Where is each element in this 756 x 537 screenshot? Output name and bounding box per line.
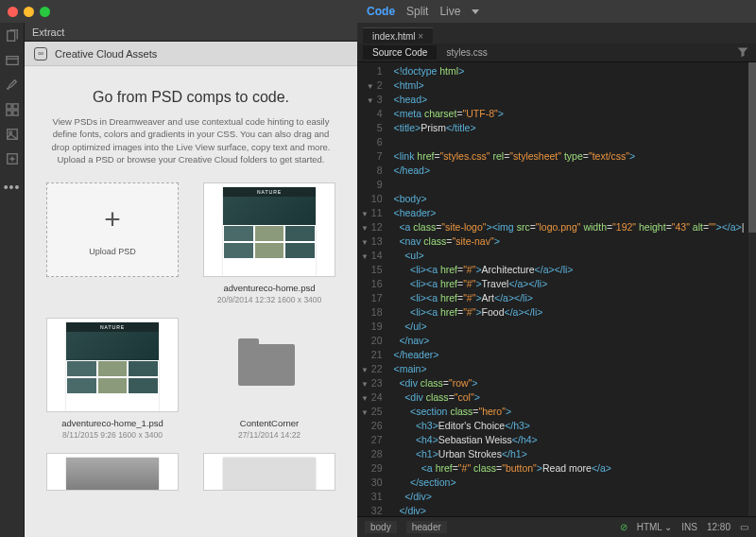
status-ok-icon: ⊘ (620, 522, 627, 532)
grid-icon[interactable] (5, 102, 20, 117)
creative-cloud-icon: ∞ (34, 47, 47, 61)
view-mode-switcher: Code Split Live (367, 5, 479, 18)
upload-label: Upload PSD (89, 247, 136, 256)
upload-psd-card[interactable]: + Upload PSD (43, 182, 181, 304)
asset-name: ContentCorner (200, 418, 338, 428)
code-editor-panel: index.html Source Code styles.css 1▼ 2▼ … (357, 23, 756, 537)
tool-rail: ••• (0, 23, 25, 537)
asset-card[interactable]: NATURE adventureco-home.psd 20/9/2014 12… (200, 182, 338, 304)
insert-mode[interactable]: INS (681, 522, 697, 532)
filter-icon[interactable] (737, 46, 748, 60)
extract-tab[interactable]: Extract (25, 23, 357, 42)
asset-card[interactable]: NATURE adventureco-home_1.psd 8/11/2015 … (43, 318, 181, 440)
cc-assets-header: ∞ Creative Cloud Assets (25, 42, 357, 66)
source-code-tab[interactable]: Source Code (363, 45, 437, 60)
minimize-window-icon[interactable] (24, 7, 34, 17)
extract-description: View PSDs in Dreamweaver and use context… (43, 115, 338, 165)
maximize-window-icon[interactable] (40, 7, 50, 17)
manage-icon[interactable] (5, 53, 20, 68)
view-mode-live[interactable]: Live (439, 5, 460, 18)
cursor-position: 12:80 (707, 522, 730, 532)
svg-rect-4 (6, 111, 10, 115)
styles-tab[interactable]: styles.css (437, 45, 496, 60)
titlebar: Code Split Live (0, 0, 756, 23)
language-selector[interactable]: HTML ⌄ (637, 522, 673, 532)
extract-panel: Extract ∞ Creative Cloud Assets Go from … (25, 23, 357, 537)
chevron-down-icon[interactable] (472, 9, 479, 14)
scrollbar-track[interactable] (748, 62, 756, 516)
overflow-icon[interactable]: ▭ (740, 522, 748, 532)
view-mode-split[interactable]: Split (406, 5, 428, 18)
folder-icon (238, 344, 295, 386)
file-tab[interactable]: index.html (363, 27, 433, 43)
file-tabs: index.html (357, 23, 756, 43)
svg-point-7 (9, 131, 11, 134)
close-window-icon[interactable] (8, 7, 18, 17)
svg-rect-0 (7, 31, 14, 42)
svg-rect-3 (12, 104, 17, 109)
status-bar: body header ⊘ HTML ⌄ INS 12:80 ▭ (357, 516, 756, 537)
svg-rect-1 (6, 57, 17, 65)
dom-icon[interactable] (5, 151, 20, 166)
extract-title: Go from PSD comps to code. (43, 89, 338, 106)
view-mode-code[interactable]: Code (367, 5, 395, 18)
svg-rect-2 (6, 104, 10, 109)
svg-rect-5 (12, 111, 17, 115)
brush-icon[interactable] (5, 78, 20, 93)
asset-meta: 8/11/2015 9:26 1600 x 3400 (43, 430, 181, 440)
more-tools-icon[interactable]: ••• (4, 180, 21, 195)
scrollbar-thumb[interactable] (748, 62, 756, 233)
breadcrumb[interactable]: body (365, 521, 397, 533)
code-editor[interactable]: 1▼ 2▼ 345678910▼ 11▼ 12▼ 13▼ 14151617181… (357, 62, 756, 516)
code-lines[interactable]: <!doctype html><html><head><meta charset… (390, 62, 756, 516)
cc-assets-label: Creative Cloud Assets (55, 48, 157, 60)
plus-icon: + (104, 203, 121, 235)
asset-meta: 20/9/2014 12:32 1600 x 3400 (200, 295, 338, 304)
asset-name: adventureco-home_1.psd (43, 418, 181, 428)
asset-card[interactable] (43, 453, 181, 491)
asset-meta: 27/11/2014 14:22 (200, 430, 338, 440)
files-icon[interactable] (5, 28, 20, 43)
window-controls (8, 7, 50, 17)
asset-name: adventureco-home.psd (200, 283, 338, 293)
breadcrumb[interactable]: header (406, 521, 447, 533)
assets-icon[interactable] (5, 127, 20, 142)
asset-folder-card[interactable]: ContentCorner 27/11/2014 14:22 (200, 318, 338, 440)
line-gutter: 1▼ 2▼ 345678910▼ 11▼ 12▼ 13▼ 14151617181… (357, 62, 390, 516)
asset-card[interactable] (200, 453, 338, 491)
